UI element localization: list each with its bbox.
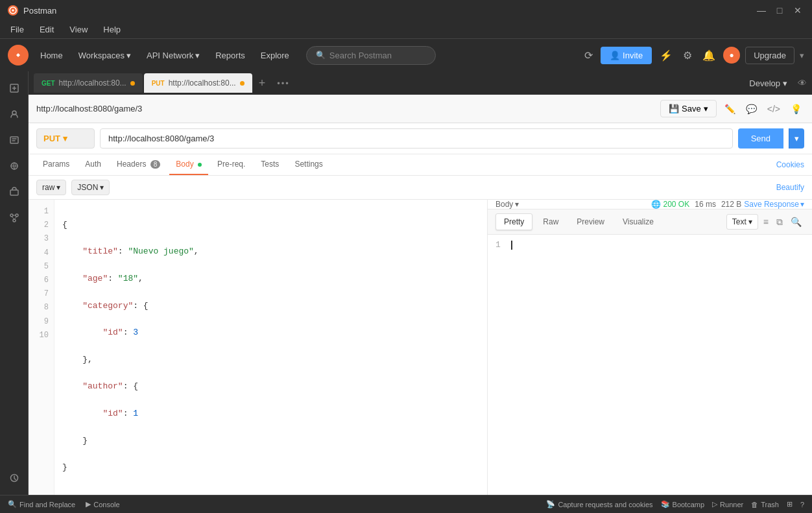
sidebar-icon-environments[interactable] [3,154,26,178]
svg-rect-4 [10,137,18,143]
response-format-select[interactable]: Text ▾ [726,214,758,230]
save-response-chevron-icon: ▾ [800,200,804,209]
save-response-button[interactable]: Save Response ▾ [744,200,804,209]
avatar-icon[interactable]: ● [723,47,740,64]
tabs-bar-right: Develop ▾ 👁 [744,76,807,91]
response-body-selector[interactable]: Body ▾ [496,200,519,209]
trash-icon: 🗑 [751,501,758,508]
search-bar[interactable]: 🔍 Search Postman [306,46,436,65]
edit-icon[interactable]: ✏️ [722,101,738,117]
eye-icon[interactable]: 👁 [798,78,807,88]
chevron-down-icon: ▾ [126,51,131,60]
req-tab-settings[interactable]: Settings [288,154,329,175]
sidebar-icon-history[interactable] [3,466,26,490]
sync-icon[interactable]: ⟳ [582,47,595,64]
rv-tab-raw[interactable]: Raw [535,214,566,230]
lightbulb-icon[interactable]: 💡 [788,101,804,117]
req-tab-auth[interactable]: Auth [78,154,108,175]
req-tab-body[interactable]: Body [169,154,208,175]
title-bar: Postman — □ ✕ [0,0,812,21]
nav-explore[interactable]: Explore [254,47,296,64]
code-editor[interactable]: 1 2 3 4 5 6 7 8 9 10 { "title": "Nuevo j… [29,200,488,495]
rv-tab-pretty[interactable]: Pretty [496,213,532,230]
nav-workspaces[interactable]: Workspaces ▾ [72,47,137,64]
tabs-bar: GET http://localhost:80... PUT http://lo… [29,71,812,95]
tab-put-unsaved-dot [240,81,245,86]
comment-icon[interactable]: 💬 [743,101,759,117]
method-selector[interactable]: PUT ▾ [36,128,95,149]
chevron-down-icon: ▾ [783,78,787,88]
url-input[interactable] [100,128,733,149]
line-number: 9 [29,315,54,329]
sidebar-icon-new[interactable] [3,77,26,100]
console-button[interactable]: ▶ Console [86,500,119,508]
json-format-select[interactable]: JSON ▾ [71,180,110,195]
rv-tab-preview[interactable]: Preview [569,214,612,230]
code-line: } [62,461,479,475]
nav-home[interactable]: Home [34,47,69,64]
beautify-button[interactable]: Beautify [776,183,804,192]
left-sidebar [0,71,29,495]
sidebar-icon-collections[interactable] [3,128,26,152]
help-icon[interactable]: ? [800,500,804,508]
send-dropdown-button[interactable]: ▾ [789,128,804,149]
rv-tab-visualize[interactable]: Visualize [615,214,662,230]
response-status: 🌐 200 OK 16 ms 212 B [651,200,741,209]
code-content[interactable]: { "title": "Nuevo juego", "age": "18", "… [54,200,487,495]
tab-get-method: GET [42,80,55,87]
send-button[interactable]: Send [738,128,783,149]
line-number: 7 [29,287,54,301]
line-number: 3 [29,232,54,246]
tab-more-button[interactable]: ••• [272,78,295,88]
layout-icon[interactable]: ⊞ [787,500,793,508]
body-type-select[interactable]: raw ▾ [36,180,66,195]
menu-edit[interactable]: Edit [37,23,56,36]
maximize-button[interactable]: □ [773,5,786,16]
tab-get[interactable]: GET http://localhost:80... [34,73,143,93]
lightning-icon[interactable]: ⚡ [657,47,675,64]
code-icon[interactable]: </> [765,101,783,117]
content-area: GET http://localhost:80... PUT http://lo… [0,71,812,495]
sidebar-icon-people[interactable] [3,102,26,126]
req-tab-prereq[interactable]: Pre-req. [211,154,252,175]
settings-icon[interactable]: ⚙ [680,47,695,64]
response-search-icon[interactable]: 🔍 [788,214,804,230]
invite-button[interactable]: 👤 Invite [601,47,652,64]
response-copy-icon[interactable]: ⧉ [774,214,785,230]
cookies-link[interactable]: Cookies [776,155,804,174]
menu-view[interactable]: View [67,23,90,36]
req-tab-params[interactable]: Params [36,154,76,175]
nav-reports[interactable]: Reports [209,47,252,64]
app-layout: Home Workspaces ▾ API Network ▾ Reports … [0,39,812,513]
code-line: } [62,435,479,448]
nav-api-network[interactable]: API Network ▾ [140,47,206,64]
sidebar-icon-mock[interactable] [3,180,26,204]
code-line: "title": "Nuevo juego", [62,245,479,259]
bootcamp-button[interactable]: 📚 Bootcamp [661,500,705,508]
method-chevron-icon: ▾ [63,134,67,143]
env-selector[interactable]: Develop ▾ [744,76,793,91]
bootcamp-icon: 📚 [661,500,670,508]
capture-button[interactable]: 📡 Capture requests and cookies [546,500,652,508]
menu-file[interactable]: File [8,23,27,36]
req-tab-tests[interactable]: Tests [254,154,285,175]
close-button[interactable]: ✕ [791,5,804,16]
people-icon: 👤 [610,51,620,60]
bell-icon[interactable]: 🔔 [700,47,718,64]
rv-right: Text ▾ ≡ ⧉ 🔍 [726,214,804,230]
trash-button[interactable]: 🗑 Trash [751,500,779,508]
minimize-button[interactable]: — [755,5,768,16]
save-button[interactable]: 💾 Beautify Find and Replace Save ▾ [660,100,717,117]
tab-put[interactable]: PUT http://localhost:80... [144,73,252,93]
find-replace-button[interactable]: 🔍 Find and Replace [8,500,75,508]
response-filter-icon[interactable]: ≡ [761,214,771,230]
runner-button[interactable]: ▷ Runner [712,500,743,508]
upgrade-button[interactable]: Upgrade [745,47,794,64]
sidebar-icon-flows[interactable] [3,206,26,230]
tab-add-button[interactable]: + [254,77,271,90]
upgrade-chevron-icon[interactable]: ▾ [800,51,804,60]
nav-logo[interactable] [8,45,29,66]
req-tab-headers[interactable]: Headers 8 [110,154,167,175]
menu-help[interactable]: Help [101,23,123,36]
line-number: 8 [29,301,54,315]
